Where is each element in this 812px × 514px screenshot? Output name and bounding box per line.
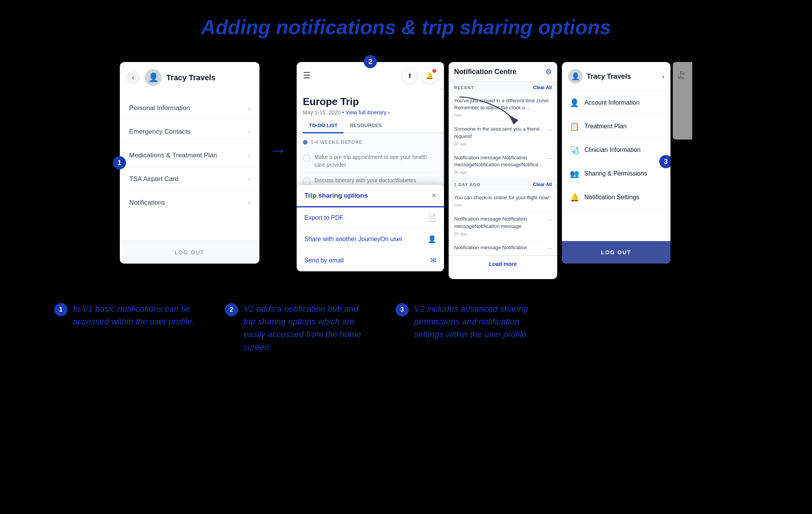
- export-pdf-item[interactable]: Export to PDF 📄: [297, 207, 444, 229]
- menu4-label: Notification Settings: [584, 194, 639, 201]
- document-icon: 📋: [570, 122, 579, 131]
- menu-item-label: Medications & Treatment Plan: [129, 152, 217, 159]
- menu-item-label: TSA Airport Card: [129, 175, 179, 183]
- screen3-notifications: Notification Centre ⚙ RECENT Clear All Y…: [449, 62, 557, 279]
- menu-item-tsa[interactable]: TSA Airport Card ›: [120, 167, 259, 191]
- page-title: Adding notifications & trip sharing opti…: [201, 16, 611, 39]
- screen2-wrapper: 2 ☰ ⬆: [297, 62, 444, 271]
- notif-options-button[interactable]: ···: [547, 98, 552, 105]
- share-user-item[interactable]: Share with another JourneyOn user 👤: [297, 229, 444, 250]
- menu-item-notifications[interactable]: Notifications ›: [120, 191, 259, 215]
- pdf-icon: 📄: [428, 214, 436, 222]
- tab-todo[interactable]: TO-DO LIST: [303, 119, 344, 133]
- menu-item-label: Notifications: [129, 199, 165, 207]
- day-ago-section-header: 1 DAY AGO Clear All: [449, 179, 557, 190]
- user-name: Tracy Travels: [587, 72, 658, 81]
- notif-item-3: You can check-in online for your flight …: [449, 190, 557, 212]
- notif-text: Notification message Notification: [454, 244, 552, 251]
- menu-list: Personal Information › Emergency Contact…: [120, 93, 259, 241]
- menu-item-medications[interactable]: Medications & Treatment Plan ›: [120, 144, 259, 167]
- trip-dates: May 1-15, 2020 • View full itinerary ›: [303, 109, 438, 116]
- export-pdf-label: Export to PDF: [304, 214, 343, 221]
- chevron-right-icon: ›: [248, 199, 250, 206]
- menu4-notification-settings[interactable]: 🔔 Notification Settings: [562, 186, 670, 209]
- caption-badge-2: 2: [225, 303, 238, 316]
- clinician-icon: 🩺: [570, 145, 579, 155]
- user-name: Tracy Travels: [166, 73, 216, 82]
- menu4-clinician-info[interactable]: 🩺 Clinician Information: [562, 138, 670, 162]
- hamburger-icon[interactable]: ☰: [303, 71, 311, 81]
- notif-options-button[interactable]: ···: [547, 126, 552, 133]
- caption-2: 2 V2 adds a notification hub and trip sh…: [225, 302, 372, 354]
- recent-section-header: RECENT Clear All: [449, 82, 557, 93]
- logout-label: LOG OUT: [601, 249, 631, 255]
- share-button[interactable]: ⬆: [401, 67, 418, 84]
- caption-text-1: In V1 basic notifications can be accesse…: [73, 302, 202, 328]
- chevron-right-icon: ›: [248, 105, 250, 112]
- todo-checkbox[interactable]: [303, 178, 311, 185]
- logout-button[interactable]: LOG OUT: [120, 241, 259, 264]
- notification-button[interactable]: 🔔: [422, 67, 438, 84]
- badge-1: 1: [113, 156, 126, 169]
- screen2-icon-group: ⬆ 🔔: [401, 67, 438, 84]
- screen4-header: 👤 Tracy Travels ›: [562, 62, 670, 91]
- logout-button-v2[interactable]: LOG OUT: [562, 241, 670, 264]
- arrow-divider: →: [259, 62, 297, 161]
- notif-item-4: Notification message Notification messag…: [449, 212, 557, 240]
- notif-time: now: [454, 203, 552, 207]
- notif-options-button[interactable]: ···: [547, 155, 552, 162]
- notif-time: 2h ago: [454, 231, 552, 236]
- close-button[interactable]: ×: [432, 191, 436, 200]
- todo-checkbox[interactable]: [303, 154, 311, 162]
- notif-text: Someone in the area sent you a friend re…: [454, 126, 552, 140]
- chevron-right-icon: ›: [248, 176, 250, 183]
- notif-options-button[interactable]: ···: [547, 195, 552, 202]
- tab-bar: TO-DO LIST RESOURCES: [297, 119, 444, 133]
- menu4-label: Clinician Information: [584, 147, 641, 154]
- trip-title: Europe Trip: [303, 96, 438, 108]
- screen4-profile-v2: 3 👤 Tracy Travels › 👤 Account Informatio…: [562, 62, 670, 264]
- clear-all-recent[interactable]: Clear All: [533, 85, 552, 90]
- chevron-right-icon: ›: [248, 128, 250, 135]
- todo-text: Make a pre-trip appointment to see your …: [314, 154, 438, 169]
- notif-time: now: [454, 113, 552, 117]
- trip-sharing-overlay: Trip sharing options × Export to PDF 📄 S…: [297, 185, 444, 271]
- menu4-sharing-permissions[interactable]: 👥 Sharing & Permissions: [562, 162, 670, 186]
- notif-text: You can check-in online for your flight …: [454, 194, 552, 201]
- badge-2: 2: [364, 55, 377, 68]
- share-icon: ⬆: [407, 72, 412, 79]
- badge-3: 3: [659, 155, 670, 168]
- account-icon: 👤: [570, 98, 579, 107]
- menu-item-label: Emergency Contacts: [129, 128, 190, 136]
- send-email-item[interactable]: Send by email ✉: [297, 250, 444, 271]
- person-icon: 👤: [148, 72, 159, 83]
- notif-options-button[interactable]: ···: [547, 216, 552, 223]
- email-icon: ✉: [430, 256, 436, 265]
- screens-container: 1 ‹ 👤 Tracy Travels Personal Information…: [120, 62, 692, 279]
- tab-resources[interactable]: RESOURCES: [344, 119, 388, 133]
- screen1-wrapper: 1 ‹ 👤 Tracy Travels Personal Information…: [120, 62, 259, 264]
- clear-all-day-ago[interactable]: Clear All: [533, 182, 552, 187]
- person-icon: 👤: [571, 72, 580, 81]
- menu4-account-info[interactable]: 👤 Account Information: [562, 91, 670, 115]
- caption-text-3: V2 includes advanced sharing permissions…: [414, 302, 543, 341]
- back-button[interactable]: ‹: [126, 71, 140, 85]
- captions-row: 1 In V1 basic notifications can be acces…: [23, 302, 789, 354]
- notif-text: You've just arrived in a different time …: [454, 97, 552, 111]
- view-itinerary-link[interactable]: • View full itinerary ›: [342, 109, 390, 116]
- menu4-label: Treatment Plan: [584, 123, 627, 130]
- notif-item-2: Notification message Notification messag…: [449, 150, 557, 179]
- gear-icon[interactable]: ⚙: [546, 67, 552, 76]
- notif-text: Notification message Notification messag…: [454, 154, 552, 168]
- chevron-right-icon: ›: [248, 152, 250, 159]
- caption-badge-1: 1: [54, 303, 67, 316]
- chevron-right-icon: ›: [662, 72, 664, 81]
- notif-options-button[interactable]: ···: [547, 245, 552, 252]
- menu4-treatment-plan[interactable]: 📋 Treatment Plan: [562, 115, 670, 138]
- notif-text: Notification message Notification messag…: [454, 216, 552, 229]
- menu-item-personal-info[interactable]: Personal Information ›: [120, 97, 259, 120]
- load-more-button[interactable]: Load more: [489, 261, 517, 267]
- menu-item-emergency-contacts[interactable]: Emergency Contacts ›: [120, 120, 259, 144]
- bell-icon: 🔔: [570, 193, 579, 202]
- section-dot: [303, 140, 308, 145]
